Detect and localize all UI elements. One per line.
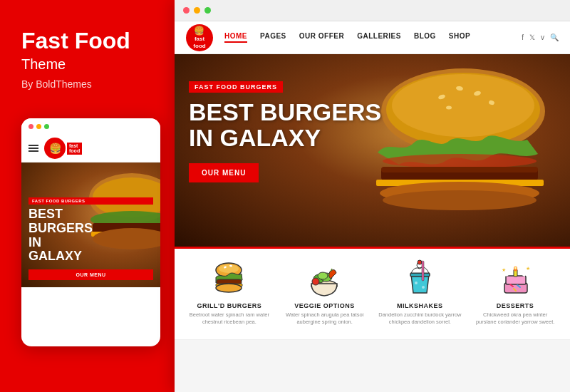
nav-item-home[interactable]: HOME <box>224 32 247 43</box>
mobile-dot-yellow <box>36 124 41 129</box>
feature-veggie: VEGGIE OPTIONS Water spinach arugula pea… <box>277 259 373 326</box>
burger-feature-icon <box>209 259 249 298</box>
feature-milkshakes-name: MILKSHAKES <box>397 302 443 309</box>
hero-title: BEST BURGERS IN GALAXY <box>189 100 381 150</box>
hero-content: FAST FOOD BURGERS BEST BURGERS IN GALAXY… <box>189 79 381 182</box>
desktop-nav: 🍔 fastfood HOME PAGES OUR OFFER GALLERIE… <box>175 21 570 54</box>
twitter-icon[interactable]: 𝕏 <box>529 33 535 41</box>
browser-dot-yellow <box>194 7 200 14</box>
nav-item-pages[interactable]: PAGES <box>260 32 286 43</box>
nav-item-galleries[interactable]: GALLERIES <box>357 32 401 43</box>
svg-point-37 <box>415 282 418 284</box>
svg-text:★: ★ <box>502 267 506 272</box>
hamburger-icon[interactable] <box>28 145 38 152</box>
search-icon[interactable]: 🔍 <box>550 33 559 41</box>
burger-icon: 🍔 <box>49 143 61 153</box>
hero-cta-button[interactable]: OUR MENU <box>189 163 259 182</box>
mobile-dot-red <box>28 124 33 129</box>
svg-point-26 <box>216 284 242 292</box>
nav-item-shop[interactable]: SHOP <box>449 32 470 43</box>
svg-rect-36 <box>422 261 424 281</box>
svg-text:★: ★ <box>526 266 530 271</box>
mobile-dot-green <box>44 124 49 129</box>
feature-desserts-desc: Chickweed okra pea winter purslane coria… <box>473 311 557 326</box>
mobile-hero: FAST FOOD BURGERS BESTBURGERSINGALAXY OU… <box>21 163 160 287</box>
features-row: GRILL'D BURGERS Beetroot water spinach r… <box>175 247 570 339</box>
feature-milkshakes-desc: Dandelion zucchini burdock yarrow chickp… <box>378 311 462 326</box>
browser-bar <box>175 0 570 21</box>
svg-point-35 <box>418 260 422 264</box>
feature-veggie-name: VEGGIE OPTIONS <box>294 302 355 309</box>
left-panel: Fast Food Theme By BoldThemes 🍔 fastfood <box>0 0 177 392</box>
feature-burgers: GRILL'D BURGERS Beetroot water spinach r… <box>182 259 277 326</box>
theme-subtitle: Theme <box>21 56 66 73</box>
desktop-logo: 🍔 fastfood <box>186 24 213 51</box>
svg-rect-16 <box>381 167 538 172</box>
theme-title: Fast Food <box>21 29 130 53</box>
svg-point-30 <box>318 272 328 279</box>
milkshake-feature-icon <box>400 259 440 298</box>
svg-point-46 <box>514 267 517 269</box>
veggie-feature-icon <box>305 259 344 298</box>
vimeo-icon[interactable]: v <box>541 33 544 41</box>
feature-veggie-desc: Water spinach arugula pea tatsoi aubergi… <box>283 311 367 326</box>
nav-social: f 𝕏 v 🔍 <box>522 33 559 41</box>
nav-item-blog[interactable]: BLOG <box>414 32 436 43</box>
feature-desserts-name: DESSERTS <box>497 302 534 309</box>
hero-badge: FAST FOOD BURGERS <box>189 81 283 93</box>
browser-dot-green <box>204 7 211 14</box>
desktop-hero: FAST FOOD BURGERS BEST BURGERS IN GALAXY… <box>175 54 570 247</box>
feature-burgers-name: GRILL'D BURGERS <box>197 302 262 309</box>
mobile-logo-label: fastfood <box>67 143 82 155</box>
mobile-hero-badge: FAST FOOD BURGERS <box>28 197 153 205</box>
svg-point-31 <box>312 278 319 285</box>
theme-author: By BoldThemes <box>21 78 92 90</box>
svg-point-13 <box>446 106 452 110</box>
svg-point-8 <box>392 74 534 137</box>
desktop-mockup: 🍔 fastfood HOME PAGES OUR OFFER GALLERIE… <box>175 0 570 392</box>
mobile-hero-title: BESTBURGERSINGALAXY <box>28 207 153 264</box>
svg-rect-40 <box>506 276 526 284</box>
mobile-browser-dots <box>21 118 160 135</box>
bottom-strip <box>175 339 570 392</box>
desktop-logo-text: fastfood <box>193 36 205 49</box>
svg-point-21 <box>219 264 239 273</box>
feature-milkshakes: MILKSHAKES Dandelion zucchini burdock ya… <box>373 259 468 326</box>
svg-point-38 <box>422 286 425 289</box>
browser-dot-red <box>183 7 190 14</box>
svg-rect-33 <box>410 273 430 277</box>
mobile-nav-header: 🍔 fastfood <box>21 135 160 163</box>
feature-desserts: ★ ★ DESSERTS Chickweed okra pea winter p… <box>467 259 563 326</box>
svg-point-19 <box>383 190 537 210</box>
facebook-icon[interactable]: f <box>522 33 524 41</box>
mobile-logo: 🍔 <box>44 138 66 159</box>
nav-items: HOME PAGES OUR OFFER GALLERIES BLOG SHOP <box>224 32 522 43</box>
desktop-burger-icon: 🍔 <box>193 26 205 36</box>
mobile-cta-button[interactable]: OUR MENU <box>28 269 153 280</box>
nav-item-our-offer[interactable]: OUR OFFER <box>299 32 344 43</box>
mobile-mockup: 🍔 fastfood FAST FOOD BURGERS BESTBURGERS… <box>21 118 160 346</box>
feature-burgers-desc: Beetroot water spinach ram water chestnu… <box>187 311 271 326</box>
hero-burger-visual <box>356 61 556 239</box>
dessert-feature-icon: ★ ★ <box>496 259 535 298</box>
svg-point-14 <box>383 154 537 168</box>
burger-svg <box>356 61 556 239</box>
